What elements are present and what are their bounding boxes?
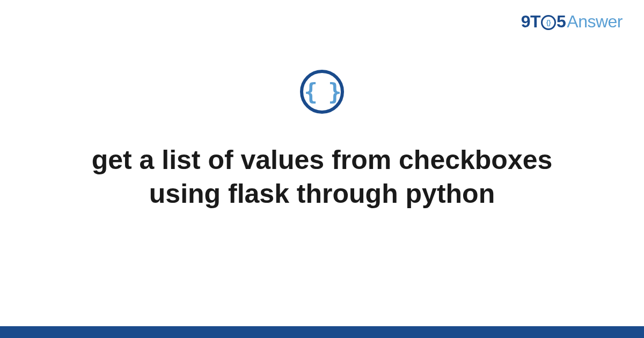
- footer-bar: [0, 326, 644, 338]
- logo-suffix: 5: [557, 12, 566, 32]
- page-title: get a list of values from checkboxes usi…: [67, 143, 577, 210]
- code-braces-icon: { }: [304, 79, 340, 105]
- logo-prefix: 9T: [521, 12, 540, 32]
- logo-circle-icon: {}: [541, 15, 556, 30]
- main-content: { } get a list of values from checkboxes…: [0, 70, 644, 210]
- category-icon: { }: [300, 70, 344, 114]
- site-logo: 9T {} 5 Answer: [521, 12, 623, 32]
- logo-circle-glyph: {}: [546, 19, 551, 26]
- logo-word: Answer: [567, 12, 623, 32]
